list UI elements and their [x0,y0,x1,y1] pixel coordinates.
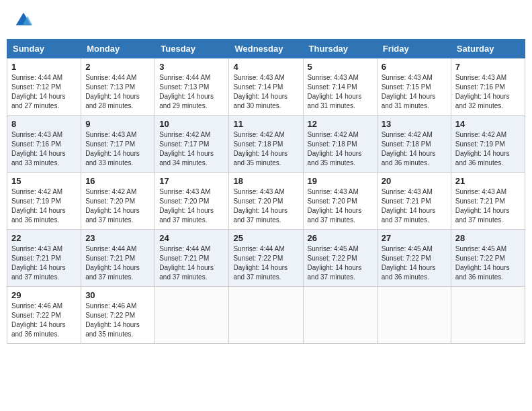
day-number: 8 [11,119,77,129]
page-header [7,7,525,34]
calendar-cell: 15 Sunrise: 4:42 AM Sunset: 7:19 PM Dayl… [7,173,81,230]
weekday-header-wednesday: Wednesday [229,40,303,58]
calendar-cell: 11 Sunrise: 4:42 AM Sunset: 7:18 PM Dayl… [229,116,303,173]
weekday-header-friday: Friday [377,40,451,58]
calendar-cell: 3 Sunrise: 4:44 AM Sunset: 7:13 PM Dayli… [155,58,229,116]
day-info: Sunrise: 4:44 AM Sunset: 7:21 PM Dayligh… [85,244,150,282]
calendar-cell: 1 Sunrise: 4:44 AM Sunset: 7:12 PM Dayli… [7,58,81,116]
day-info: Sunrise: 4:42 AM Sunset: 7:19 PM Dayligh… [455,130,521,168]
day-info: Sunrise: 4:43 AM Sunset: 7:21 PM Dayligh… [382,187,447,225]
day-info: Sunrise: 4:46 AM Sunset: 7:22 PM Dayligh… [11,302,77,339]
day-info: Sunrise: 4:45 AM Sunset: 7:22 PM Dayligh… [455,244,521,282]
day-info: Sunrise: 4:42 AM Sunset: 7:18 PM Dayligh… [308,130,373,168]
calendar-cell: 21 Sunrise: 4:43 AM Sunset: 7:21 PM Dayl… [451,173,525,230]
calendar-cell [229,287,303,344]
day-info: Sunrise: 4:43 AM Sunset: 7:20 PM Dayligh… [233,187,298,225]
calendar-cell: 13 Sunrise: 4:42 AM Sunset: 7:18 PM Dayl… [377,116,451,173]
calendar-cell: 7 Sunrise: 4:43 AM Sunset: 7:16 PM Dayli… [451,58,525,116]
day-number: 20 [382,176,447,186]
day-number: 23 [85,233,150,243]
day-info: Sunrise: 4:43 AM Sunset: 7:14 PM Dayligh… [308,73,373,111]
calendar-cell: 16 Sunrise: 4:42 AM Sunset: 7:20 PM Dayl… [81,173,155,230]
day-number: 2 [85,62,150,72]
calendar-cell: 9 Sunrise: 4:43 AM Sunset: 7:17 PM Dayli… [81,116,155,173]
day-number: 18 [233,176,298,186]
day-info: Sunrise: 4:43 AM Sunset: 7:16 PM Dayligh… [455,73,521,111]
day-number: 4 [233,62,298,72]
day-info: Sunrise: 4:45 AM Sunset: 7:22 PM Dayligh… [382,244,447,282]
day-number: 29 [11,290,77,300]
day-number: 22 [11,233,77,243]
day-info: Sunrise: 4:42 AM Sunset: 7:17 PM Dayligh… [159,130,224,168]
day-info: Sunrise: 4:42 AM Sunset: 7:18 PM Dayligh… [382,130,447,168]
day-info: Sunrise: 4:43 AM Sunset: 7:15 PM Dayligh… [382,73,447,111]
day-info: Sunrise: 4:46 AM Sunset: 7:22 PM Dayligh… [85,302,150,339]
calendar-week-row: 1 Sunrise: 4:44 AM Sunset: 7:12 PM Dayli… [7,58,525,116]
calendar-cell: 26 Sunrise: 4:45 AM Sunset: 7:22 PM Dayl… [303,230,377,287]
calendar-cell: 28 Sunrise: 4:45 AM Sunset: 7:22 PM Dayl… [451,230,525,287]
calendar-cell: 20 Sunrise: 4:43 AM Sunset: 7:21 PM Dayl… [377,173,451,230]
day-number: 11 [233,119,298,129]
day-info: Sunrise: 4:44 AM Sunset: 7:13 PM Dayligh… [85,73,150,111]
day-number: 7 [455,62,521,72]
day-number: 17 [159,176,224,186]
day-number: 1 [11,62,77,72]
weekday-header-tuesday: Tuesday [155,40,229,58]
day-number: 26 [308,233,373,243]
calendar-cell: 2 Sunrise: 4:44 AM Sunset: 7:13 PM Dayli… [81,58,155,116]
day-info: Sunrise: 4:43 AM Sunset: 7:21 PM Dayligh… [455,187,521,225]
weekday-header-thursday: Thursday [303,40,377,58]
day-info: Sunrise: 4:44 AM Sunset: 7:13 PM Dayligh… [159,73,224,111]
day-info: Sunrise: 4:44 AM Sunset: 7:21 PM Dayligh… [159,244,224,282]
logo [13,10,36,30]
day-info: Sunrise: 4:43 AM Sunset: 7:21 PM Dayligh… [11,244,77,282]
day-number: 9 [85,119,150,129]
calendar-week-row: 22 Sunrise: 4:43 AM Sunset: 7:21 PM Dayl… [7,230,525,287]
calendar-cell: 29 Sunrise: 4:46 AM Sunset: 7:22 PM Dayl… [7,287,81,344]
day-number: 24 [159,233,224,243]
calendar-cell: 8 Sunrise: 4:43 AM Sunset: 7:16 PM Dayli… [7,116,81,173]
calendar-cell [451,287,525,344]
day-info: Sunrise: 4:43 AM Sunset: 7:17 PM Dayligh… [85,130,150,168]
calendar-cell: 27 Sunrise: 4:45 AM Sunset: 7:22 PM Dayl… [377,230,451,287]
calendar-week-row: 8 Sunrise: 4:43 AM Sunset: 7:16 PM Dayli… [7,116,525,173]
day-number: 27 [382,233,447,243]
weekday-header-saturday: Saturday [451,40,525,58]
day-info: Sunrise: 4:43 AM Sunset: 7:20 PM Dayligh… [159,187,224,225]
day-number: 12 [308,119,373,129]
day-number: 21 [455,176,521,186]
day-info: Sunrise: 4:45 AM Sunset: 7:22 PM Dayligh… [308,244,373,282]
day-number: 25 [233,233,298,243]
calendar-cell: 5 Sunrise: 4:43 AM Sunset: 7:14 PM Dayli… [303,58,377,116]
calendar-cell: 12 Sunrise: 4:42 AM Sunset: 7:18 PM Dayl… [303,116,377,173]
day-number: 16 [85,176,150,186]
calendar-cell [377,287,451,344]
day-info: Sunrise: 4:44 AM Sunset: 7:12 PM Dayligh… [11,73,77,111]
day-info: Sunrise: 4:43 AM Sunset: 7:16 PM Dayligh… [11,130,77,168]
calendar-cell: 18 Sunrise: 4:43 AM Sunset: 7:20 PM Dayl… [229,173,303,230]
calendar-cell: 24 Sunrise: 4:44 AM Sunset: 7:21 PM Dayl… [155,230,229,287]
day-number: 13 [382,119,447,129]
day-info: Sunrise: 4:43 AM Sunset: 7:14 PM Dayligh… [233,73,298,111]
calendar-cell: 22 Sunrise: 4:43 AM Sunset: 7:21 PM Dayl… [7,230,81,287]
day-info: Sunrise: 4:42 AM Sunset: 7:19 PM Dayligh… [11,187,77,225]
weekday-header-row: SundayMondayTuesdayWednesdayThursdayFrid… [7,40,525,58]
weekday-header-monday: Monday [81,40,155,58]
calendar-week-row: 15 Sunrise: 4:42 AM Sunset: 7:19 PM Dayl… [7,173,525,230]
calendar-cell [303,287,377,344]
day-number: 3 [159,62,224,72]
weekday-header-sunday: Sunday [7,40,81,58]
logo-icon [13,10,34,30]
calendar-cell: 30 Sunrise: 4:46 AM Sunset: 7:22 PM Dayl… [81,287,155,344]
day-number: 15 [11,176,77,186]
day-number: 19 [308,176,373,186]
calendar-cell: 19 Sunrise: 4:43 AM Sunset: 7:20 PM Dayl… [303,173,377,230]
day-number: 14 [455,119,521,129]
calendar-cell: 4 Sunrise: 4:43 AM Sunset: 7:14 PM Dayli… [229,58,303,116]
day-info: Sunrise: 4:44 AM Sunset: 7:22 PM Dayligh… [233,244,298,282]
calendar-cell: 6 Sunrise: 4:43 AM Sunset: 7:15 PM Dayli… [377,58,451,116]
day-info: Sunrise: 4:43 AM Sunset: 7:20 PM Dayligh… [308,187,373,225]
day-number: 10 [159,119,224,129]
day-info: Sunrise: 4:42 AM Sunset: 7:18 PM Dayligh… [233,130,298,168]
calendar-cell: 17 Sunrise: 4:43 AM Sunset: 7:20 PM Dayl… [155,173,229,230]
